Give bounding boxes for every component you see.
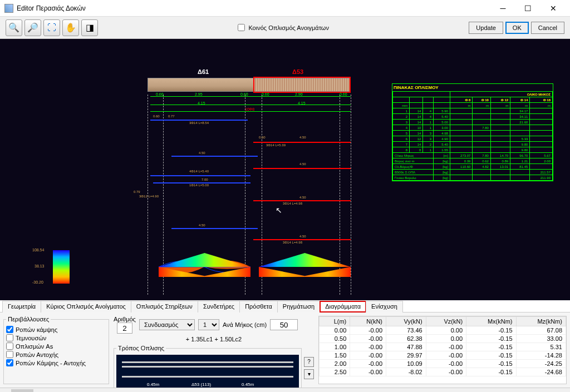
chevron-down-icon: ▾ (308, 371, 311, 377)
tab-strengthening[interactable]: Ενίσχυση (366, 301, 403, 312)
update-button[interactable]: Update (469, 22, 503, 34)
table-row[interactable]: 2.00-0.0010.09-0.00-0.15-24.25 (320, 360, 566, 368)
table-row[interactable]: 1.00-0.0047.88-0.00-0.155.31 (320, 343, 566, 351)
window-title: Editor Περασιάς Δοκών (17, 4, 490, 12)
ana-mikos-input[interactable] (270, 319, 298, 330)
chk-bend-cap[interactable] (6, 359, 13, 366)
down-button[interactable]: ▾ (304, 369, 314, 379)
hand-icon: ✋ (65, 22, 76, 33)
bottom-panel: Περιβάλλουσες Ροπών κάμψης Τεμνουσών Οπλ… (0, 312, 570, 388)
beam-label-d61: Δ61 (198, 68, 209, 75)
chk-capacity[interactable] (6, 351, 13, 358)
ana-mikos-label: Ανά Μήκος (cm) (223, 321, 267, 328)
view-3d-button[interactable]: ◨ (81, 19, 98, 36)
minimize-button[interactable]: ─ (490, 1, 515, 16)
color-legend (53, 250, 70, 284)
tab-geometry[interactable]: Γεωμετρία (2, 301, 41, 312)
zoom-in-button[interactable]: 🔍 (6, 19, 22, 36)
beam-label-d53: Δ53 (292, 68, 303, 75)
app-icon (4, 4, 13, 13)
h-scrollbar[interactable] (0, 388, 570, 392)
zoom-fit-icon: ⛶ (47, 23, 56, 33)
moment-diagram-1 (159, 253, 250, 281)
zoom-fit-button[interactable]: ⛶ (43, 19, 60, 36)
combo-select[interactable]: Συνδυασμός (139, 319, 195, 330)
maximize-button[interactable]: ☐ (515, 1, 540, 16)
chk-shear[interactable] (6, 334, 13, 341)
arithmos-label: Αριθμός (114, 316, 136, 322)
chk-bending[interactable] (6, 326, 13, 333)
table-row[interactable]: 1.50-0.0029.97-0.00-0.15-14.28 (320, 351, 566, 360)
drawing-canvas[interactable]: Δ61 Δ53 0.60 2.95 0.60 0.60 2.90 0.60 4.… (0, 39, 570, 300)
tab-diagrams[interactable]: Διαγράμματα (320, 301, 366, 312)
chk-as[interactable] (6, 343, 13, 350)
results-table-wrap[interactable]: L(m)N(kN)Vy(kN)Vz(kN)Mx(kNm)Mz(kNm) 0.00… (318, 316, 567, 384)
table-row[interactable]: 0.00-0.0073.460.00-0.1567.08 (320, 326, 566, 335)
controls-panel: Αριθμός Συνδυασμός 1 Ανά Μήκος (cm) + 1.… (114, 316, 314, 384)
toolbar: 🔍 🔎 ⛶ ✋ ◨ Κοινός Οπλισμός Ανοιγμάτων Upd… (0, 17, 570, 39)
results-table: L(m)N(kN)Vy(kN)Vz(kN)Mx(kNm)Mz(kNm) 0.00… (319, 316, 566, 376)
tab-main-rebar[interactable]: Κύριος Οπλισμός Ανοίγματος (41, 301, 131, 312)
combo-num[interactable]: 1 (198, 319, 219, 330)
rebar-table: ΠΙΝΑΚΑΣ ΟΠΛΙΣΜΟΥ ΟΛΙΚΟ ΜΗΚΟΣ Φ 8Φ 10Φ 12… (392, 83, 553, 181)
table-row[interactable]: 0.50-0.0062.380.00-0.1533.00 (320, 335, 566, 343)
ok-button[interactable]: OK (505, 22, 529, 34)
help-button[interactable]: ? (304, 357, 314, 367)
beam-highlight (253, 77, 351, 93)
zoom-out-button[interactable]: 🔎 (24, 19, 41, 36)
zoom-in-icon: 🔍 (8, 22, 19, 33)
envelopes-group: Περιβάλλουσες Ροπών κάμψης Τεμνουσών Οπλ… (3, 316, 109, 384)
rebar-mode-group: Τρόπος Οπλισης 0.45m Δ53 (113) 0.45m (114, 345, 302, 391)
arithmos-input[interactable] (117, 322, 132, 334)
titlebar: Editor Περασιάς Δοκών ─ ☐ ✕ (0, 0, 570, 17)
tab-cracking[interactable]: Ρηγμάτωση (277, 301, 320, 312)
common-rebar-checkbox[interactable] (238, 24, 245, 31)
moment-diagram-2 (259, 253, 351, 281)
close-button[interactable]: ✕ (540, 1, 566, 16)
tab-extras[interactable]: Πρόσθετα (239, 301, 278, 312)
tab-bar: Γεωμετρία Κύριος Οπλισμός Ανοίγματος Οπλ… (0, 300, 570, 312)
common-rebar-label: Κοινός Οπλισμός Ανοιγμάτων (248, 24, 329, 31)
zoom-out-icon: 🔎 (27, 22, 38, 33)
rebar-visual: 0.45m Δ53 (113) 0.45m (116, 355, 299, 388)
table-row[interactable]: 2.50-0.00-8.02-0.00-0.15-24.68 (320, 368, 566, 376)
cursor-icon: ↖ (276, 206, 282, 215)
formula-label: + 1.35Lc1 + 1.50Lc2 (114, 336, 314, 343)
cancel-button[interactable]: Cancel (531, 22, 564, 34)
tab-stirrups[interactable]: Συνδετήρες (198, 301, 240, 312)
cube-icon: ◨ (86, 22, 94, 33)
pan-button[interactable]: ✋ (62, 19, 79, 36)
tab-support-rebar[interactable]: Οπλισμός Στηρίξεων (131, 301, 198, 312)
